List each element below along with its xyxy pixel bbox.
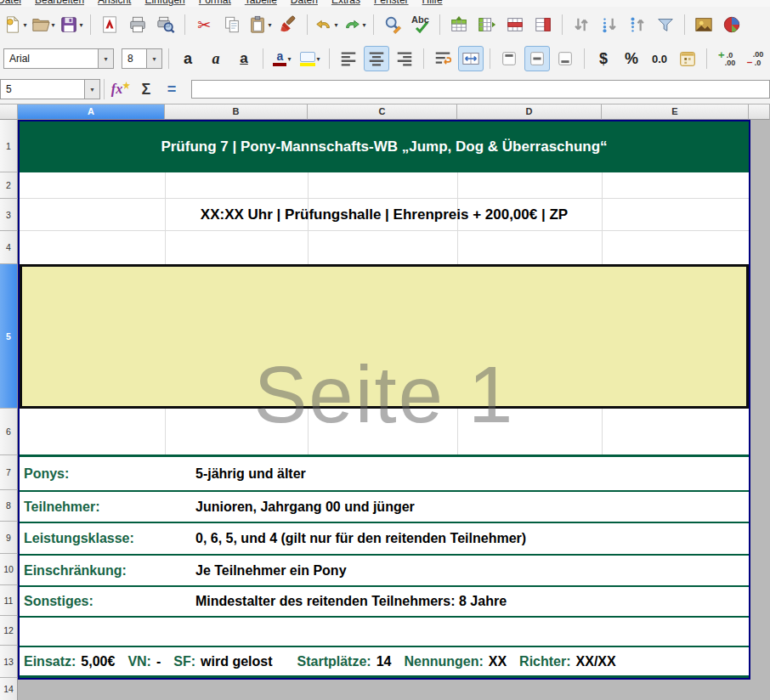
highlight-color-icon xyxy=(300,52,315,66)
column-header-a[interactable]: A xyxy=(18,104,165,120)
menu-datei[interactable]: Datei xyxy=(0,0,21,6)
delete-row-button[interactable] xyxy=(502,12,528,37)
row-header-2[interactable]: 2 xyxy=(0,172,18,199)
function-wizard-button[interactable]: fx xyxy=(108,78,133,100)
select-all-corner[interactable] xyxy=(0,104,18,120)
row-header-11[interactable]: 11 xyxy=(0,585,18,616)
row-header-4[interactable]: 4 xyxy=(0,231,18,264)
menu-bearbeiten[interactable]: Bearbeiten xyxy=(35,0,84,6)
info-row-leistungsklasse[interactable]: Leistungsklasse: 0, 6, 5, und 4 (gilt nu… xyxy=(20,523,749,556)
insert-row-button[interactable] xyxy=(446,12,472,37)
row-header-8[interactable]: 8 xyxy=(0,490,18,522)
row-header-7[interactable]: 7 xyxy=(0,455,18,490)
column-header-b[interactable]: B xyxy=(165,104,308,120)
sort-button[interactable] xyxy=(569,12,594,37)
number-format-button[interactable]: 0.0 xyxy=(647,46,672,71)
find-replace-button[interactable] xyxy=(380,12,405,37)
info-row-sonstiges[interactable]: Sonstiges: Mindestalter des reitenden Te… xyxy=(20,587,749,618)
copy-button[interactable] xyxy=(219,12,245,37)
empty-row[interactable] xyxy=(20,231,749,264)
merge-cells-button[interactable] xyxy=(458,46,484,71)
menu-hilfe[interactable]: Hilfe xyxy=(422,0,443,6)
insert-chart-button[interactable] xyxy=(719,12,745,37)
info-row-teilnehmer[interactable]: Teilnehmer: Junioren, Jahrgang 00 und jü… xyxy=(20,492,749,523)
row-header-13[interactable]: 13 xyxy=(0,646,18,678)
row-header-10[interactable]: 10 xyxy=(0,554,18,585)
open-button[interactable]: ▾ xyxy=(31,12,56,37)
info-label: Teilnehmer: xyxy=(20,500,195,515)
row-header-6[interactable]: 6 xyxy=(0,409,18,455)
sort-ascending-button[interactable] xyxy=(597,12,622,37)
name-box[interactable]: 5 ▾ xyxy=(0,79,100,99)
menu-fenster[interactable]: Fenster xyxy=(374,0,409,6)
align-center-button[interactable] xyxy=(364,46,389,71)
row-header-9[interactable]: 9 xyxy=(0,522,18,554)
menu-tabelle[interactable]: Tabelle xyxy=(245,0,277,6)
undo-button[interactable]: ▾ xyxy=(314,12,339,37)
underline-button[interactable]: a xyxy=(231,46,257,71)
font-color-button[interactable]: a ▾ xyxy=(269,46,295,71)
font-size-select[interactable]: 8 ▾ xyxy=(122,48,162,69)
export-pdf-button[interactable] xyxy=(97,12,122,37)
insert-image-button[interactable] xyxy=(691,12,716,37)
print-preview-button[interactable] xyxy=(153,12,178,37)
font-name-select[interactable]: Arial ▾ xyxy=(3,48,114,69)
date-format-button[interactable] xyxy=(675,46,700,71)
align-top-button[interactable] xyxy=(496,46,522,71)
menu-einfuegen[interactable]: Einfügen xyxy=(144,0,184,6)
currency-format-button[interactable]: $ xyxy=(591,46,616,71)
add-decimal-button[interactable]: ＋+.0.0 .00 xyxy=(713,46,739,71)
bold-button[interactable]: a xyxy=(175,46,201,71)
formula-input[interactable] xyxy=(191,80,770,99)
cut-button[interactable]: ✂ xyxy=(191,12,217,37)
column-header-c[interactable]: C xyxy=(308,104,457,120)
summary-row[interactable]: Einsatz:5,00€ VN:- SF:wird gelost Startp… xyxy=(20,647,749,678)
row-header-3[interactable]: 3 xyxy=(0,199,18,231)
chevron-down-icon[interactable]: ▾ xyxy=(146,49,161,68)
spelling-button[interactable]: Abc xyxy=(408,12,433,37)
italic-button[interactable]: a xyxy=(203,46,229,71)
clone-formatting-button[interactable] xyxy=(275,12,301,37)
column-header-e[interactable]: E xyxy=(602,104,749,120)
column-header-f-partial[interactable] xyxy=(749,104,770,120)
subtitle-cell[interactable]: XX:XX Uhr | Prüfungshalle | Ehrenpreis +… xyxy=(20,199,749,231)
menu-extras[interactable]: Extras xyxy=(331,0,360,6)
align-bottom-button[interactable] xyxy=(552,46,578,71)
paste-button[interactable]: ▾ xyxy=(247,12,273,37)
equals-button[interactable]: = xyxy=(159,78,184,100)
autofilter-button[interactable] xyxy=(653,12,678,37)
delete-decimal-button[interactable]: .00 －.0 xyxy=(741,46,767,71)
new-document-button[interactable]: ▾ xyxy=(3,12,28,37)
empty-row[interactable] xyxy=(20,618,749,647)
chevron-down-icon[interactable]: ▾ xyxy=(84,80,99,99)
row-header-12[interactable]: 12 xyxy=(0,616,18,646)
font-name-value: Arial xyxy=(4,53,98,65)
row-header-5[interactable]: 5 xyxy=(0,264,18,409)
title-cell[interactable]: Prüfung 7 | Pony-Mannschafts-WB „Jump, D… xyxy=(20,121,749,172)
print-button[interactable] xyxy=(125,12,150,37)
row-header-14[interactable]: 14 xyxy=(0,678,18,700)
column-header-d[interactable]: D xyxy=(457,104,602,120)
empty-row[interactable] xyxy=(20,172,749,199)
percent-format-button[interactable]: % xyxy=(619,46,644,71)
wrap-text-button[interactable] xyxy=(430,46,456,71)
align-left-button[interactable] xyxy=(336,46,361,71)
row-header-1[interactable]: 1 xyxy=(0,120,18,172)
sort-descending-button[interactable] xyxy=(625,12,650,37)
redo-button[interactable]: ▾ xyxy=(342,12,367,37)
info-row-ponys[interactable]: Ponys: 5-jährig und älter xyxy=(20,457,749,492)
info-row-einschraenkung[interactable]: Einschränkung: Je Teilnehmer ein Pony xyxy=(20,556,749,587)
chevron-down-icon[interactable]: ▾ xyxy=(98,49,113,68)
menu-daten[interactable]: Daten xyxy=(291,0,318,6)
save-button[interactable]: ▾ xyxy=(59,12,84,37)
sum-button[interactable]: Σ xyxy=(133,78,159,100)
center-vertically-button[interactable] xyxy=(524,46,550,71)
highlight-color-button[interactable]: ▾ xyxy=(297,46,323,71)
menu-ansicht[interactable]: Ansicht xyxy=(98,0,131,6)
insert-column-button[interactable] xyxy=(474,12,500,37)
align-right-button[interactable] xyxy=(392,46,417,71)
empty-row[interactable] xyxy=(20,409,749,457)
highlighted-merged-cell[interactable] xyxy=(20,264,749,409)
delete-column-button[interactable] xyxy=(530,12,556,37)
menu-format[interactable]: Format xyxy=(199,0,231,6)
